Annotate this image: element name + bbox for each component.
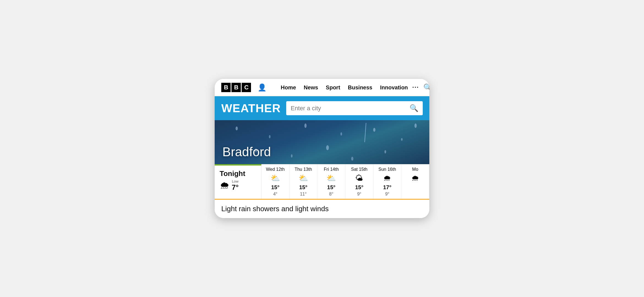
tonight-label: Tonight [220, 169, 256, 178]
description-bar: Light rain showers and light winds [215, 200, 429, 218]
day-icon-4: 🌧 [383, 174, 391, 183]
day-high-2: 15° [327, 184, 335, 191]
bbc-logo[interactable]: B B C [221, 83, 251, 92]
description-text: Light rain showers and light winds [221, 205, 329, 213]
svg-point-2 [304, 123, 307, 128]
day-low-1: 11° [300, 192, 307, 197]
weather-header: WEATHER 🔍 [215, 96, 429, 120]
tonight-weather: 🌧 Low 7° [220, 180, 256, 191]
city-name: Bradford [222, 144, 271, 159]
day-cards: Wed 12th⛅15°4°Thu 13th⛅15°11°Fri 14th⛅15… [261, 164, 429, 199]
nav-innovation[interactable]: Innovation [380, 84, 408, 91]
day-card-2[interactable]: Fri 14th⛅15°8° [317, 164, 345, 199]
day-icon-3: 🌤 [355, 174, 363, 183]
user-icon[interactable]: 👤 [258, 83, 266, 92]
day-label-3: Sat 15th [351, 167, 368, 172]
day-label-4: Sun 16th [378, 167, 396, 172]
svg-point-4 [373, 128, 375, 132]
bbc-block-c: C [242, 83, 251, 92]
svg-point-8 [291, 154, 293, 158]
forecast-strip: Tonight 🌧 Low 7° Wed 12th⛅15°4°Thu 13th⛅… [215, 164, 429, 200]
city-search-button[interactable]: 🔍 [410, 104, 418, 112]
svg-point-3 [340, 132, 342, 136]
nav-sport[interactable]: Sport [326, 84, 340, 91]
tonight-card: Tonight 🌧 Low 7° [215, 164, 261, 199]
day-card-1[interactable]: Thu 13th⛅15°11° [290, 164, 318, 199]
day-label-1: Thu 13th [294, 167, 312, 172]
day-high-4: 17° [383, 184, 391, 191]
day-high-0: 15° [271, 184, 279, 191]
svg-point-6 [414, 123, 417, 128]
navbar: B B C 👤 Home News Sport Business Innovat… [215, 79, 429, 96]
day-label-0: Wed 12th [266, 167, 285, 172]
day-card-3[interactable]: Sat 15th🌤15°9° [345, 164, 373, 199]
tonight-low-label: Low [232, 179, 239, 183]
day-low-2: 8° [329, 192, 333, 197]
weather-title: WEATHER [221, 102, 281, 115]
day-label-2: Fri 14th [324, 167, 339, 172]
tonight-weather-icon: 🌧 [220, 180, 230, 191]
nav-business[interactable]: Business [348, 84, 372, 91]
day-icon-0: ⛅ [271, 174, 280, 183]
phone-frame: B B C 👤 Home News Sport Business Innovat… [215, 79, 429, 218]
nav-links: Home News Sport Business Innovation [281, 84, 408, 91]
day-low-3: 9° [357, 192, 361, 197]
nav-news[interactable]: News [304, 84, 318, 91]
bbc-block-b2: B [231, 83, 241, 92]
hero-rain-background: Bradford [215, 120, 429, 164]
nav-more-button[interactable]: ··· [412, 84, 419, 91]
city-search-input[interactable] [291, 105, 407, 112]
day-low-0: 4° [273, 192, 277, 197]
nav-home[interactable]: Home [281, 84, 296, 91]
svg-point-1 [269, 135, 271, 138]
day-icon-2: ⛅ [326, 174, 336, 183]
tonight-temp: 7° [232, 183, 239, 191]
day-high-3: 15° [355, 184, 363, 191]
day-label-5: Mo [412, 167, 418, 172]
svg-line-12 [365, 123, 366, 142]
city-search-box: 🔍 [286, 101, 423, 115]
day-card-4[interactable]: Sun 16th🌧17°9° [373, 164, 402, 199]
svg-point-11 [384, 150, 386, 153]
svg-point-0 [236, 127, 238, 130]
day-card-0[interactable]: Wed 12th⛅15°4° [261, 164, 290, 199]
svg-point-9 [326, 145, 329, 150]
tonight-low: Low 7° [232, 180, 239, 191]
day-icon-5: 🌧 [411, 174, 419, 183]
bbc-block-b1: B [221, 83, 231, 92]
svg-point-10 [351, 157, 353, 161]
day-card-5[interactable]: Mo🌧 [401, 164, 429, 199]
day-low-4: 9° [385, 192, 389, 197]
day-icon-1: ⛅ [299, 174, 308, 183]
svg-point-5 [401, 138, 403, 141]
day-high-1: 15° [299, 184, 307, 191]
nav-search-icon[interactable]: 🔍 [423, 83, 429, 92]
